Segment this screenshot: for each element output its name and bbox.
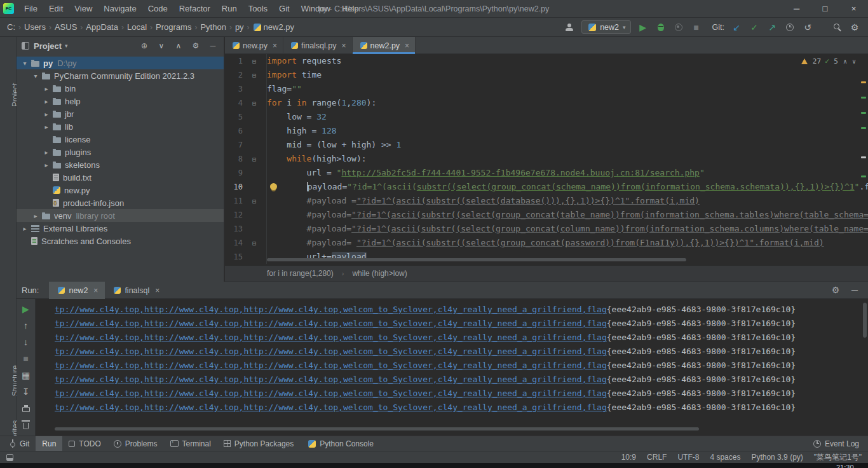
menu-file[interactable]: File	[18, 0, 43, 17]
indent-style[interactable]: 4 spaces	[710, 453, 740, 462]
code-text[interactable]: import time	[267, 68, 868, 82]
tool-window-button-git[interactable]: Git	[3, 436, 36, 451]
warning-count[interactable]: 27	[813, 57, 821, 65]
console-vertical-scrollbar[interactable]	[863, 303, 867, 338]
tool-window-button-event-log[interactable]: Event Log	[807, 436, 865, 451]
tree-item[interactable]: product-info.json	[17, 196, 224, 209]
line-number[interactable]: 3	[225, 85, 243, 93]
menu-run[interactable]: Run	[216, 0, 243, 17]
console-hyperlink[interactable]: tp://www.cl4y.top,http://www.cl4y.top,ht…	[55, 347, 607, 356]
tool-window-button-todo[interactable]: TODO	[62, 436, 107, 451]
menu-code[interactable]: Code	[142, 0, 173, 17]
editor-tab-new2-py[interactable]: new2.py×	[353, 37, 416, 54]
update-project-icon[interactable]: ↙	[731, 22, 742, 33]
select-opened-file-icon[interactable]: ⊕	[139, 40, 150, 52]
console-horizontal-scrollbar[interactable]	[55, 427, 699, 430]
line-number[interactable]: 4	[225, 99, 243, 107]
fold-marker-icon[interactable]: ⊟	[248, 72, 260, 79]
line-number[interactable]: 11	[225, 196, 243, 205]
breadcrumb-item[interactable]: AppData	[85, 22, 119, 32]
tool-window-button-run[interactable]: Run	[36, 436, 62, 451]
passed-count[interactable]: 5	[834, 57, 838, 65]
code-with-me-users-button[interactable]	[564, 22, 575, 33]
up-stack-icon[interactable]: ↑	[20, 320, 32, 331]
file-encoding[interactable]: UTF-8	[677, 453, 699, 462]
tree-expand-arrow-icon[interactable]: ▸	[42, 85, 51, 92]
fold-marker-icon[interactable]: ⊟	[248, 58, 260, 65]
tree-collapse-arrow-icon[interactable]: ▾	[31, 72, 40, 79]
rerun-icon[interactable]: ▶	[20, 303, 32, 315]
line-number[interactable]: 15	[225, 252, 243, 261]
line-number[interactable]: 6	[225, 127, 243, 135]
close-tab-icon[interactable]: ×	[342, 41, 346, 50]
console-hyperlink[interactable]: tp://www.cl4y.top,http://www.cl4y.top,ht…	[55, 361, 607, 370]
down-stack-icon[interactable]: ↓	[20, 336, 32, 348]
code-text[interactable]: #payload= "?id=1^(ascii(substr((select(g…	[267, 236, 868, 250]
tool-window-button-python-console[interactable]: Python Console	[300, 436, 380, 451]
tree-item[interactable]: Scratches and Consoles	[17, 235, 224, 247]
menu-edit[interactable]: Edit	[43, 0, 69, 17]
editor-tab-finalsql-py[interactable]: finalsql.py×	[283, 37, 353, 54]
tree-item[interactable]: license	[17, 133, 224, 146]
tool-window-button-python-packages[interactable]: Python Packages	[217, 436, 300, 451]
menu-navigate[interactable]: Navigate	[98, 0, 142, 17]
tree-item[interactable]: ▸jbr	[17, 107, 224, 120]
close-tab-icon[interactable]: ×	[273, 41, 277, 50]
fold-marker-icon[interactable]: ⊟	[248, 240, 260, 247]
line-number[interactable]: 5	[225, 113, 243, 121]
tree-item[interactable]: build.txt	[17, 171, 224, 184]
python-interpreter[interactable]: Python 3.9 (py)	[751, 453, 803, 462]
tree-item[interactable]: ▸help	[17, 95, 224, 107]
breadcrumb-item[interactable]: ASUS	[54, 22, 78, 32]
cursor-position[interactable]: 10:9	[621, 453, 636, 462]
tree-expand-arrow-icon[interactable]: ▸	[42, 162, 51, 169]
tree-expand-arrow-icon[interactable]: ▸	[42, 149, 51, 156]
run-with-coverage-button[interactable]	[673, 22, 684, 33]
tree-item[interactable]: ▸External Libraries	[17, 222, 224, 235]
next-problem-icon[interactable]: ∨	[852, 58, 856, 65]
code-editor[interactable]: 27 ✓ 5 ∧ ∨ 1⊟import requests2⊟import tim…	[225, 54, 868, 266]
tree-item[interactable]: new.py	[17, 184, 224, 196]
intention-bulb-icon[interactable]	[270, 183, 277, 190]
close-tab-icon[interactable]: ×	[93, 286, 98, 295]
stop-icon[interactable]: ■	[691, 22, 702, 33]
run-icon[interactable]: ▶	[637, 22, 649, 33]
menu-refactor[interactable]: Refactor	[173, 0, 216, 17]
close-tab-icon[interactable]: ×	[155, 286, 159, 295]
clear-all-button[interactable]	[20, 419, 32, 430]
line-number[interactable]: 2	[225, 71, 243, 79]
run-tab-finalsql[interactable]: finalsql×	[105, 282, 166, 299]
debug-button[interactable]	[655, 22, 667, 33]
fold-marker-icon[interactable]: ⊟	[248, 198, 260, 205]
code-text[interactable]: payload="?id=1^(ascii(substr((select(gro…	[267, 180, 868, 194]
collapse-all-icon[interactable]: ∧	[173, 40, 184, 52]
stripe-mark-ok[interactable]	[861, 112, 866, 114]
machine-name[interactable]: "菜鸟笔记1号"	[814, 452, 862, 463]
console-hyperlink[interactable]: tp://www.cl4y.top,http://www.cl4y.top,ht…	[55, 389, 607, 398]
restore-layout-icon[interactable]: ▦	[20, 369, 32, 381]
menu-view[interactable]: View	[69, 0, 98, 17]
tree-item[interactable]: ▸plugins	[17, 146, 224, 158]
run-tab-new2[interactable]: new2×	[49, 282, 105, 299]
code-text[interactable]: import requests	[267, 54, 868, 68]
menu-tools[interactable]: Tools	[243, 0, 273, 17]
settings-icon[interactable]: ⚙	[190, 40, 201, 52]
breadcrumb-item[interactable]: Local	[126, 22, 147, 32]
stripe-mark-warning[interactable]	[861, 81, 866, 83]
line-separator[interactable]: CRLF	[647, 453, 667, 462]
breadcrumb-item[interactable]: Programs	[155, 22, 192, 32]
stripe-mark[interactable]	[861, 156, 866, 158]
line-number[interactable]: 8	[225, 155, 243, 163]
editor-breadcrumb-item[interactable]: while (high>low)	[352, 269, 407, 278]
stop-icon[interactable]: ■	[20, 353, 32, 364]
history-button[interactable]	[784, 22, 796, 33]
console-hyperlink[interactable]: tp://www.cl4y.top,http://www.cl4y.top,ht…	[55, 305, 607, 314]
maximize-button[interactable]: □	[811, 0, 839, 17]
editor-breadcrumb-item[interactable]: for i in range(1,280)	[267, 269, 334, 278]
breadcrumb-file[interactable]: new2.py	[263, 22, 295, 32]
hide-window-icon[interactable]: ─	[849, 284, 860, 296]
close-button[interactable]: ×	[839, 0, 868, 17]
rollback-icon[interactable]: ↺	[802, 22, 813, 33]
minimize-button[interactable]: ─	[782, 0, 811, 17]
editor-tab-new-py[interactable]: new.py×	[225, 37, 283, 54]
